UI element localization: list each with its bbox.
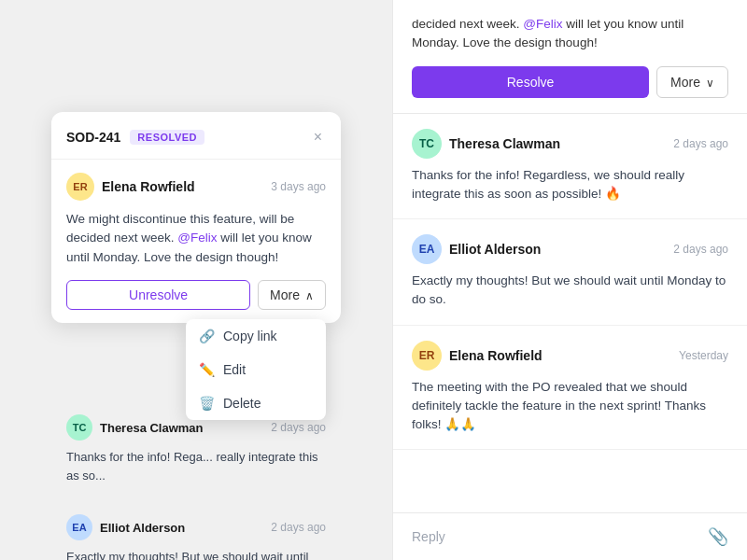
comment-text: Exactly my thoughts! But we should wait … (66, 548, 326, 560)
card-id: SOD-241 (66, 130, 120, 145)
delete-item[interactable]: 🗑️ Delete (186, 386, 326, 420)
avatar: TC (66, 414, 92, 441)
comment-header: TC Theresa Clawman 2 days ago (412, 129, 728, 159)
comment-header: EA Elliot Alderson 2 days ago (412, 234, 728, 264)
author-name: Elliot Alderson (449, 242, 541, 257)
copy-link-label: Copy link (223, 329, 277, 343)
paperclip-icon[interactable]: 📎 (708, 526, 728, 547)
author-name: Elliot Alderson (100, 521, 185, 535)
card-title-row: SOD-241 RESOLVED (66, 130, 204, 145)
more-card-button[interactable]: More (258, 280, 326, 310)
edit-label: Edit (223, 362, 246, 377)
card-overlay: SOD-241 RESOLVED × ER Elena Rowfield 3 d… (51, 112, 341, 323)
unresolve-button[interactable]: Unresolve (66, 280, 250, 310)
author-row: TC Theresa Clawman (412, 129, 560, 159)
more-card-label: More (270, 287, 300, 302)
timestamp: Yesterday (679, 349, 728, 362)
avatar: EA (412, 234, 442, 264)
author-name: Elena Rowfield (449, 348, 543, 363)
right-panel-top: decided next week. @Felix will let you k… (393, 0, 747, 114)
right-panel: decided next week. @Felix will let you k… (392, 0, 747, 560)
comment-text: Exactly my thoughts! But we should wait … (412, 272, 728, 310)
dropdown-menu: 🔗 Copy link ✏️ Edit 🗑️ Delete (186, 319, 326, 420)
more-right-label: More (670, 75, 700, 90)
comment-header: ER Elena Rowfield Yesterday (412, 341, 728, 371)
author-row: TC Theresa Clawman (66, 414, 204, 441)
delete-icon: 🗑️ (199, 396, 214, 411)
author-row: ER Elena Rowfield (66, 173, 195, 201)
chevron-down-icon (706, 75, 714, 90)
author-name: Theresa Clawman (100, 421, 204, 435)
right-action-row: Resolve More (412, 66, 728, 98)
reply-bar: Reply 📎 (393, 512, 747, 560)
more-right-button[interactable]: More (656, 66, 728, 98)
card-author-name: Elena Rowfield (102, 179, 195, 194)
card-mention: @Felix (177, 231, 217, 245)
author-row: EA Elliot Alderson (412, 234, 541, 264)
comment-text: The meeting with the PO revealed that we… (412, 378, 728, 435)
right-top-text: decided next week. @Felix will let you k… (412, 15, 728, 53)
avatar: ER (66, 173, 94, 201)
author-name: Theresa Clawman (449, 136, 560, 151)
avatar: EA (66, 514, 92, 540)
card-header: SOD-241 RESOLVED × (51, 112, 341, 160)
card-timestamp: 3 days ago (271, 180, 326, 193)
comment-item: EA Elliot Alderson 2 days ago Exactly my… (393, 219, 747, 326)
chevron-up-icon (305, 287, 314, 302)
top-mention: @Felix (523, 17, 562, 31)
card-comment-header: ER Elena Rowfield 3 days ago (66, 173, 326, 201)
bg-comment-header: EA Elliot Alderson 2 days ago (66, 514, 326, 540)
card-body: ER Elena Rowfield 3 days ago We might di… (51, 160, 341, 323)
timestamp: 2 days ago (271, 521, 326, 534)
comment-item: ER Elena Rowfield Yesterday The meeting … (393, 326, 747, 451)
copy-link-icon: 🔗 (199, 329, 214, 343)
bg-comment-elliot: EA Elliot Alderson 2 days ago Exactly my… (51, 501, 341, 560)
edit-item[interactable]: ✏️ Edit (186, 353, 326, 386)
background-comments: TC Theresa Clawman 2 days ago Thanks for… (51, 401, 341, 560)
avatar: TC (412, 129, 442, 159)
card-comment-text: We might discontinue this feature, will … (66, 210, 326, 267)
resolved-badge: RESOLVED (130, 130, 204, 145)
comment-item: TC Theresa Clawman 2 days ago Thanks for… (393, 114, 747, 220)
timestamp: 2 days ago (673, 137, 728, 150)
top-text-p1: decided next week. (412, 17, 523, 31)
delete-label: Delete (223, 396, 261, 411)
comment-text: Thanks for the info! Regardless, we shou… (412, 166, 728, 204)
card-actions: Unresolve More 🔗 Copy link ✏️ Edit 🗑️ De… (66, 280, 326, 310)
author-row: ER Elena Rowfield (412, 341, 543, 371)
timestamp: 2 days ago (271, 421, 326, 434)
author-row: EA Elliot Alderson (66, 514, 185, 540)
close-button[interactable]: × (310, 127, 326, 147)
copy-link-item[interactable]: 🔗 Copy link (186, 319, 326, 353)
edit-icon: ✏️ (199, 362, 214, 377)
timestamp: 2 days ago (673, 243, 728, 256)
reply-placeholder: Reply (412, 529, 445, 544)
comment-text: Thanks for the info! Rega... really inte… (66, 448, 326, 484)
resolve-button[interactable]: Resolve (412, 66, 649, 98)
comment-list: TC Theresa Clawman 2 days ago Thanks for… (393, 114, 747, 513)
avatar: ER (412, 341, 442, 371)
